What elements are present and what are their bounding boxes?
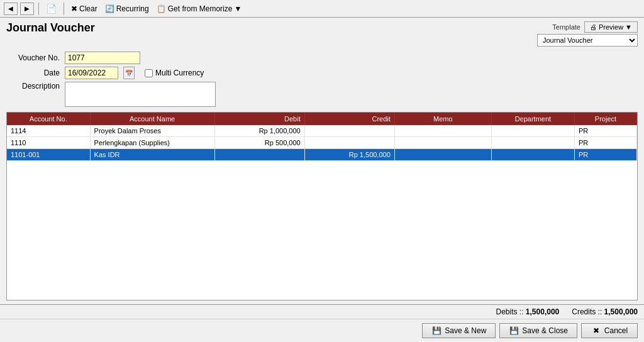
col-header-project: Project bbox=[574, 113, 636, 125]
save-close-label: Save & Close bbox=[522, 326, 568, 335]
cell-account-name: Proyek Dalam Proses bbox=[90, 125, 214, 137]
voucher-no-input[interactable] bbox=[65, 52, 140, 64]
description-row: Description bbox=[6, 82, 638, 107]
table-header-row: Account No. Account Name Debit Credit Me… bbox=[7, 113, 637, 125]
status-bar: Debits :: 1,500,000 Credits :: 1,500,000 bbox=[0, 304, 644, 319]
cell-department bbox=[491, 137, 574, 149]
credits-value: 1,500,000 bbox=[604, 307, 638, 316]
debits-value: 1,500,000 bbox=[526, 307, 559, 316]
voucher-no-label: Voucher No. bbox=[6, 53, 60, 62]
template-label: Template bbox=[552, 23, 580, 31]
separator-1 bbox=[38, 3, 39, 15]
dropdown-arrow-icon: ▼ bbox=[234, 4, 242, 13]
save-close-button[interactable]: 💾 Save & Close bbox=[499, 323, 577, 338]
cell-debit bbox=[214, 149, 304, 161]
col-header-department: Department bbox=[491, 113, 574, 125]
table-container[interactable]: Account No. Account Name Debit Credit Me… bbox=[6, 112, 638, 301]
preview-icon: 🖨 bbox=[590, 23, 597, 31]
multi-currency-row: Multi Currency bbox=[145, 69, 204, 77]
cell-account-name: Perlengkapan (Supplies) bbox=[90, 137, 214, 149]
save-new-label: Save & New bbox=[445, 326, 486, 335]
cell-memo bbox=[394, 149, 491, 161]
save-new-button[interactable]: 💾 Save & New bbox=[422, 323, 496, 338]
top-right-section: Template 🖨 Preview ▼ Journal Voucher bbox=[537, 21, 638, 47]
clear-icon: ✖ bbox=[71, 4, 77, 13]
voucher-no-row: Voucher No. bbox=[6, 52, 638, 64]
cancel-label: Cancel bbox=[604, 326, 628, 335]
col-header-account-no: Account No. bbox=[7, 113, 90, 125]
col-header-memo: Memo bbox=[394, 113, 491, 125]
cell-account-no: 1101-001 bbox=[7, 149, 90, 161]
cell-project: PR bbox=[574, 125, 636, 137]
date-label: Date bbox=[6, 69, 60, 77]
cell-debit: Rp 500,000 bbox=[214, 137, 304, 149]
table-row[interactable]: 1110 Perlengkapan (Supplies) Rp 500,000 … bbox=[7, 137, 637, 149]
cell-account-name: Kas IDR bbox=[90, 149, 214, 161]
preview-arrow-icon: ▼ bbox=[625, 23, 632, 31]
get-from-memorize-button[interactable]: 📋 Get from Memorize ▼ bbox=[154, 3, 245, 14]
multi-currency-checkbox[interactable] bbox=[145, 69, 153, 77]
page-title: Journal Voucher bbox=[6, 21, 95, 35]
bottom-bar: 💾 Save & New 💾 Save & Close ✖ Cancel bbox=[0, 319, 644, 342]
cell-credit bbox=[304, 125, 394, 137]
save-new-icon: 💾 bbox=[431, 326, 441, 335]
journal-voucher-window: ◀ ▶ 📄 ✖ Clear 🔄 Recurring 📋 Get from Mem… bbox=[0, 0, 644, 342]
col-header-account-name: Account Name bbox=[90, 113, 214, 125]
col-header-credit: Credit bbox=[304, 113, 394, 125]
toolbar: ◀ ▶ 📄 ✖ Clear 🔄 Recurring 📋 Get from Mem… bbox=[0, 0, 644, 18]
new-icon: 📄 bbox=[46, 4, 57, 14]
cell-account-no: 1114 bbox=[7, 125, 90, 137]
form-fields: Voucher No. Date 📅 Multi Currency Descri… bbox=[6, 52, 638, 107]
date-row: Date 📅 Multi Currency bbox=[6, 67, 638, 79]
table-body: 1114 Proyek Dalam Proses Rp 1,000,000 PR… bbox=[7, 125, 637, 161]
clear-button[interactable]: ✖ Clear bbox=[69, 3, 100, 14]
cell-credit: Rp 1,500,000 bbox=[304, 149, 394, 161]
table-row[interactable]: 1114 Proyek Dalam Proses Rp 1,000,000 PR bbox=[7, 125, 637, 137]
cell-department bbox=[491, 149, 574, 161]
template-select[interactable]: Journal Voucher bbox=[537, 34, 638, 47]
cell-account-no: 1110 bbox=[7, 137, 90, 149]
cancel-icon: ✖ bbox=[591, 326, 601, 335]
separator-2 bbox=[64, 3, 64, 15]
recurring-button[interactable]: 🔄 Recurring bbox=[103, 3, 152, 14]
cell-project: PR bbox=[574, 137, 636, 149]
new-button[interactable]: 📄 bbox=[43, 3, 59, 15]
description-label: Description bbox=[6, 82, 60, 91]
preview-section: 🖨 Preview ▼ bbox=[584, 21, 638, 33]
cell-memo bbox=[394, 137, 491, 149]
forward-button[interactable]: ▶ bbox=[20, 3, 34, 15]
title-row: Journal Voucher Template 🖨 Preview ▼ Jou… bbox=[6, 21, 638, 47]
template-row: Template 🖨 Preview ▼ bbox=[552, 21, 638, 33]
description-input[interactable] bbox=[65, 82, 216, 107]
recurring-icon: 🔄 bbox=[105, 4, 114, 13]
date-picker-button[interactable]: 📅 bbox=[123, 67, 135, 79]
col-header-debit: Debit bbox=[214, 113, 304, 125]
cancel-button[interactable]: ✖ Cancel bbox=[581, 323, 638, 338]
preview-button[interactable]: 🖨 Preview ▼ bbox=[584, 21, 638, 33]
back-button[interactable]: ◀ bbox=[4, 3, 18, 15]
cell-debit: Rp 1,000,000 bbox=[214, 125, 304, 137]
journal-table: Account No. Account Name Debit Credit Me… bbox=[7, 113, 637, 161]
cell-credit bbox=[304, 137, 394, 149]
cell-department bbox=[491, 125, 574, 137]
save-close-icon: 💾 bbox=[509, 326, 519, 335]
credits-status: Credits :: 1,500,000 bbox=[572, 307, 638, 316]
cell-project: PR bbox=[574, 149, 636, 161]
table-row[interactable]: 1101-001 Kas IDR Rp 1,500,000 PR bbox=[7, 149, 637, 161]
memorize-icon: 📋 bbox=[157, 4, 166, 13]
debits-status: Debits :: 1,500,000 bbox=[496, 307, 560, 316]
date-input[interactable] bbox=[65, 67, 118, 79]
cell-memo bbox=[394, 125, 491, 137]
multi-currency-label: Multi Currency bbox=[155, 69, 204, 77]
content-area: Journal Voucher Template 🖨 Preview ▼ Jou… bbox=[0, 18, 644, 304]
